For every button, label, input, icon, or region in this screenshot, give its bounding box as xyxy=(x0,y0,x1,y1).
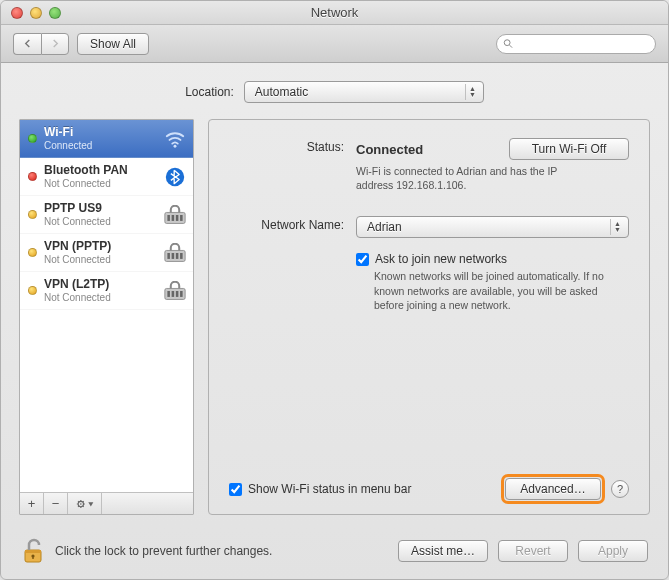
apply-button[interactable]: Apply xyxy=(578,540,648,562)
service-text: VPN (L2TP)Not Connected xyxy=(44,278,156,302)
assist-me-button[interactable]: Assist me… xyxy=(398,540,488,562)
svg-line-28 xyxy=(78,501,79,502)
bottom-bar: Click the lock to prevent further change… xyxy=(1,527,668,579)
svg-rect-12 xyxy=(167,253,170,259)
vpn-icon xyxy=(163,279,187,303)
advanced-highlight: Advanced… xyxy=(503,476,603,502)
action-menu-button[interactable] xyxy=(68,493,102,514)
svg-point-0 xyxy=(504,40,510,46)
bottom-buttons: Assist me… Revert Apply xyxy=(398,540,648,562)
status-dot-icon xyxy=(28,248,37,257)
service-item[interactable]: VPN (PPTP)Not Connected xyxy=(20,234,193,272)
service-status: Not Connected xyxy=(44,216,156,227)
service-name: Wi-Fi xyxy=(44,126,156,139)
service-status: Not Connected xyxy=(44,254,156,265)
turn-wifi-off-button[interactable]: Turn Wi-Fi Off xyxy=(509,138,629,160)
service-item[interactable]: VPN (L2TP)Not Connected xyxy=(20,272,193,310)
svg-line-30 xyxy=(78,506,79,507)
revert-button[interactable]: Revert xyxy=(498,540,568,562)
updown-caret-icon: ▲▼ xyxy=(465,84,479,100)
svg-rect-7 xyxy=(172,215,175,221)
ask-join-checkbox[interactable] xyxy=(356,253,369,266)
service-item[interactable]: PPTP US9Not Connected xyxy=(20,196,193,234)
svg-rect-6 xyxy=(167,215,170,221)
bluetooth-icon xyxy=(163,165,187,189)
service-text: VPN (PPTP)Not Connected xyxy=(44,240,156,264)
ask-join-checkbox-row[interactable]: Ask to join new networks xyxy=(356,252,629,266)
service-item[interactable]: Wi-FiConnected xyxy=(20,120,193,158)
service-text: Wi-FiConnected xyxy=(44,126,156,150)
service-list: Wi-FiConnectedBluetooth PANNot Connected… xyxy=(20,120,193,492)
svg-rect-18 xyxy=(167,291,170,297)
location-value: Automatic xyxy=(255,85,308,99)
search-input[interactable] xyxy=(517,38,649,50)
service-item[interactable]: Bluetooth PANNot Connected xyxy=(20,158,193,196)
show-menubar-checkbox[interactable] xyxy=(229,483,242,496)
svg-rect-35 xyxy=(32,556,33,559)
search-field[interactable] xyxy=(496,34,656,54)
network-name-select[interactable]: Adrian ▲▼ xyxy=(356,216,629,238)
status-value: Connected xyxy=(356,142,423,157)
window-title: Network xyxy=(1,5,668,20)
remove-service-button[interactable]: − xyxy=(44,493,68,514)
ask-join-label: Ask to join new networks xyxy=(375,252,507,266)
service-name: PPTP US9 xyxy=(44,202,156,215)
status-dot-icon xyxy=(28,210,37,219)
network-prefs-window: Network Show All Location: Automatic ▲▼ … xyxy=(0,0,669,580)
service-name: VPN (L2TP) xyxy=(44,278,156,291)
status-label: Status: xyxy=(229,138,344,154)
titlebar: Network xyxy=(1,1,668,25)
service-status: Not Connected xyxy=(44,178,156,189)
lock-text: Click the lock to prevent further change… xyxy=(55,544,272,558)
service-name: VPN (PPTP) xyxy=(44,240,156,253)
chevron-left-icon xyxy=(23,39,32,48)
service-text: PPTP US9Not Connected xyxy=(44,202,156,226)
svg-line-31 xyxy=(82,501,83,502)
svg-point-23 xyxy=(80,503,82,505)
show-menubar-label: Show Wi-Fi status in menu bar xyxy=(248,482,411,496)
service-text: Bluetooth PANNot Connected xyxy=(44,164,156,188)
status-dot-icon xyxy=(28,286,37,295)
nav-segment xyxy=(13,33,69,55)
updown-caret-icon: ▲▼ xyxy=(610,219,624,235)
svg-rect-19 xyxy=(172,291,175,297)
service-sidebar: Wi-FiConnectedBluetooth PANNot Connected… xyxy=(19,119,194,515)
ask-join-description: Known networks will be joined automatica… xyxy=(374,269,604,312)
svg-rect-21 xyxy=(180,291,183,297)
service-status: Not Connected xyxy=(44,292,156,303)
add-service-button[interactable]: + xyxy=(20,493,44,514)
gear-dropdown-icon xyxy=(75,498,95,510)
wifi-icon xyxy=(163,127,187,151)
lock-group[interactable]: Click the lock to prevent further change… xyxy=(21,537,388,565)
location-select[interactable]: Automatic ▲▼ xyxy=(244,81,484,103)
advanced-button[interactable]: Advanced… xyxy=(505,478,601,500)
service-status: Connected xyxy=(44,140,156,151)
status-dot-icon xyxy=(28,172,37,181)
svg-rect-15 xyxy=(180,253,183,259)
svg-rect-20 xyxy=(176,291,179,297)
vpn-icon xyxy=(163,241,187,265)
svg-line-1 xyxy=(510,45,512,47)
network-name-label: Network Name: xyxy=(229,216,344,232)
location-label: Location: xyxy=(185,85,234,99)
search-icon xyxy=(503,38,513,49)
sidebar-footer: + − xyxy=(20,492,193,514)
main-area: Wi-FiConnectedBluetooth PANNot Connected… xyxy=(1,119,668,527)
show-all-button[interactable]: Show All xyxy=(77,33,149,55)
svg-rect-33 xyxy=(25,550,41,553)
svg-rect-9 xyxy=(180,215,183,221)
help-button[interactable]: ? xyxy=(611,480,629,498)
service-name: Bluetooth PAN xyxy=(44,164,156,177)
network-name-value: Adrian xyxy=(367,220,402,234)
vpn-icon xyxy=(163,203,187,227)
svg-line-29 xyxy=(82,506,83,507)
toolbar: Show All xyxy=(1,25,668,63)
svg-rect-13 xyxy=(172,253,175,259)
detail-panel: Status: Connected Turn Wi-Fi Off Wi-Fi i… xyxy=(208,119,650,515)
svg-rect-8 xyxy=(176,215,179,221)
status-dot-icon xyxy=(28,134,37,143)
status-description: Wi-Fi is connected to Adrian and has the… xyxy=(356,164,586,192)
show-menubar-checkbox-row[interactable]: Show Wi-Fi status in menu bar xyxy=(229,482,411,496)
forward-button[interactable] xyxy=(41,33,69,55)
back-button[interactable] xyxy=(13,33,41,55)
